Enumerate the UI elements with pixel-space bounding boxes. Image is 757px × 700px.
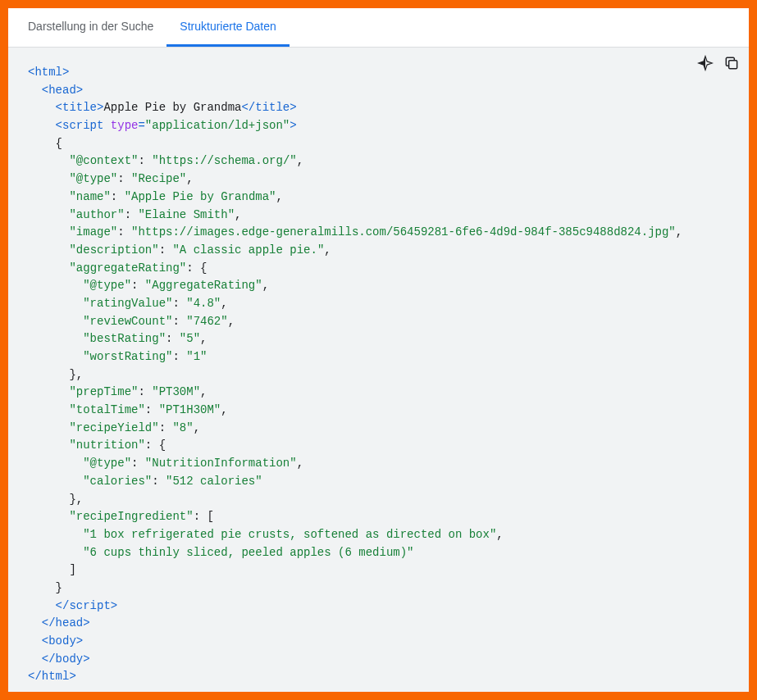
app-frame: Darstellung in der Suche Strukturierte D…	[0, 0, 757, 700]
tab-search-appearance[interactable]: Darstellung in der Suche	[15, 8, 166, 47]
tabs-bar: Darstellung in der Suche Strukturierte D…	[8, 8, 749, 48]
svg-rect-0	[729, 61, 737, 69]
tab-structured-data[interactable]: Strukturierte Daten	[166, 8, 290, 47]
code-block: <html> <head> <title>Apple Pie by Grandm…	[8, 48, 749, 692]
theme-toggle-icon[interactable]	[696, 54, 714, 72]
code-toolbar	[696, 54, 741, 72]
copy-icon[interactable]	[723, 54, 741, 72]
code-pane: <html> <head> <title>Apple Pie by Grandm…	[8, 48, 749, 692]
